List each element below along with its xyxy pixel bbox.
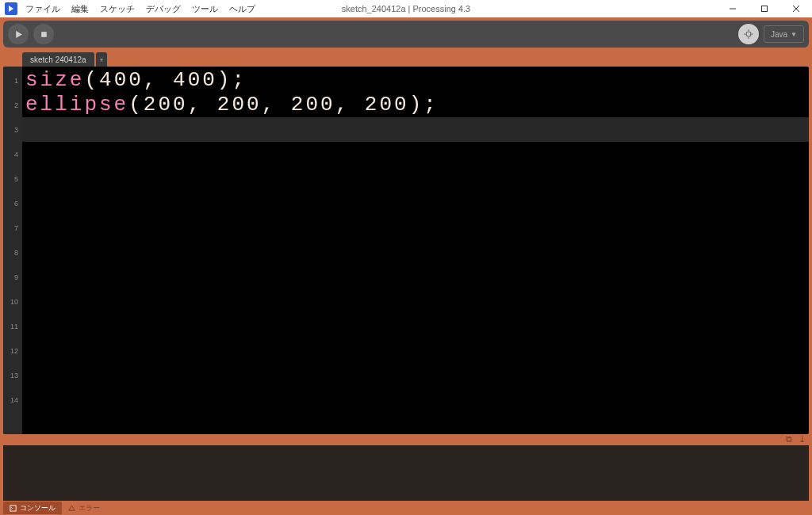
line-number: 5	[3, 167, 22, 192]
svg-point-5	[746, 32, 751, 36]
chevron-down-icon: ▼	[791, 31, 797, 38]
bottom-tabbar: コンソール エラー	[0, 501, 812, 515]
line-number: 10	[3, 290, 22, 315]
menu-help[interactable]: ヘルプ	[229, 3, 255, 15]
errors-tab-label: エラー	[79, 503, 100, 513]
toolbar: Java ▼	[3, 21, 809, 48]
menu-edit[interactable]: 編集	[71, 3, 89, 15]
minimize-button[interactable]	[717, 0, 749, 17]
editor: 1234567891011121314 size(400, 400);ellip…	[3, 67, 809, 434]
svg-rect-1	[762, 6, 768, 12]
code-area[interactable]: size(400, 400);ellipse(200, 200, 200, 20…	[22, 67, 809, 434]
line-number: 2	[3, 93, 22, 118]
line-number: 3	[3, 118, 22, 143]
code-line	[22, 363, 809, 387]
mode-label: Java	[771, 30, 787, 39]
code-line: ellipse(200, 200, 200, 200);	[22, 93, 809, 117]
menu-file[interactable]: ファイル	[25, 3, 60, 15]
line-number: 13	[3, 364, 22, 388]
window-title: sketch_240412a | Processing 4.3	[342, 4, 470, 13]
line-number: 4	[3, 143, 22, 167]
line-number: 6	[3, 192, 22, 216]
menu-sketch[interactable]: スケッチ	[100, 3, 135, 15]
svg-rect-10	[10, 505, 16, 510]
line-number: 14	[3, 388, 22, 413]
debug-toggle-button[interactable]	[738, 24, 759, 44]
code-line: size(400, 400);	[22, 68, 809, 93]
code-line	[22, 240, 809, 265]
console-popout-icon[interactable]: ⧉	[786, 434, 792, 444]
window-controls	[717, 0, 812, 17]
console-collapse-icon[interactable]: ⤓	[799, 434, 806, 444]
app-icon	[5, 2, 17, 15]
code-line	[22, 265, 809, 289]
console-tab-label: コンソール	[20, 503, 56, 513]
line-number: 9	[3, 265, 22, 290]
menu-debug[interactable]: デバッグ	[146, 3, 181, 15]
line-number: 7	[3, 216, 22, 241]
line-number: 8	[3, 241, 22, 265]
line-number: 1	[3, 69, 22, 93]
warning-icon	[68, 505, 75, 512]
code-line	[22, 166, 809, 191]
console-tab[interactable]: コンソール	[3, 502, 62, 514]
console-output	[3, 445, 809, 501]
line-number: 12	[3, 339, 22, 364]
code-line	[22, 338, 809, 363]
code-line	[22, 216, 809, 240]
code-line	[22, 387, 809, 412]
stop-button[interactable]	[33, 24, 54, 44]
app-frame: Java ▼ sketch 240412a ▾ 1234567891011121…	[0, 17, 812, 515]
code-line	[22, 142, 809, 166]
code-line	[22, 314, 809, 338]
run-button[interactable]	[8, 24, 29, 44]
code-line	[22, 191, 809, 216]
tab-menu-button[interactable]: ▾	[96, 52, 107, 67]
titlebar: ファイル 編集 スケッチ デバッグ ツール ヘルプ sketch_240412a…	[0, 0, 812, 17]
menu-tools[interactable]: ツール	[192, 3, 218, 15]
console-splitter[interactable]: ⧉ ⤓	[0, 434, 812, 445]
maximize-button[interactable]	[749, 0, 780, 17]
errors-tab[interactable]: エラー	[62, 502, 106, 514]
line-number: 11	[3, 315, 22, 339]
mode-selector[interactable]: Java ▼	[764, 25, 804, 43]
menubar: ファイル 編集 スケッチ デバッグ ツール ヘルプ	[25, 3, 255, 15]
code-line	[22, 117, 809, 142]
tabbar: sketch 240412a ▾	[0, 51, 812, 67]
svg-rect-4	[41, 32, 47, 37]
close-button[interactable]	[780, 0, 812, 17]
tab-label: sketch 240412a	[30, 55, 86, 64]
console-icon	[10, 505, 17, 512]
code-line	[22, 289, 809, 314]
sketch-tab[interactable]: sketch 240412a	[22, 52, 94, 67]
line-gutter: 1234567891011121314	[3, 67, 22, 434]
